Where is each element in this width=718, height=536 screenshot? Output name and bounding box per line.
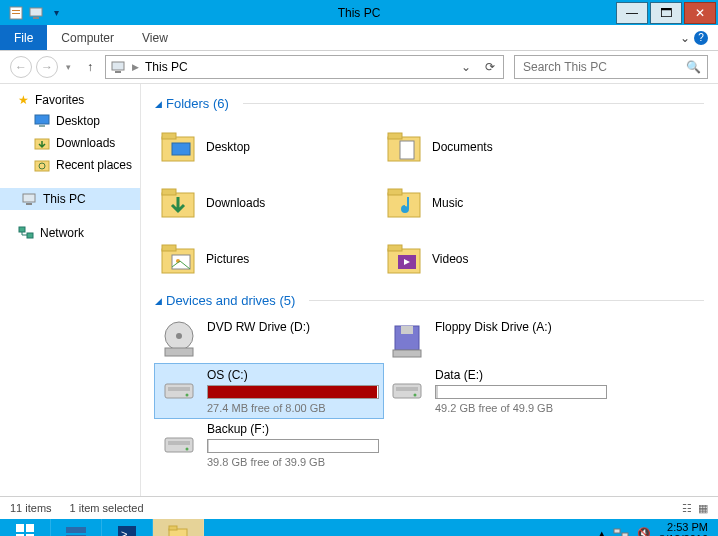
status-selection: 1 item selected (70, 502, 144, 514)
address-box[interactable]: ▶ This PC ⌄ ⟳ (105, 55, 504, 79)
folder-item[interactable]: Documents (381, 119, 607, 175)
svg-text:>_: >_ (121, 528, 134, 536)
group-rule (309, 300, 704, 301)
svg-rect-50 (26, 524, 34, 532)
navigation-pane: ★ Favorites Desktop Downloads Recent pla… (0, 84, 141, 496)
back-button[interactable]: ← (10, 56, 32, 78)
search-input[interactable] (521, 59, 686, 75)
taskbar-explorer[interactable] (153, 519, 204, 536)
folder-icon (384, 127, 424, 167)
status-item-count: 11 items (10, 502, 52, 514)
folder-item[interactable]: Pictures (155, 231, 381, 287)
folder-label: Videos (432, 252, 468, 266)
clock[interactable]: 2:53 PM 8/12/2016 (659, 521, 708, 536)
search-box[interactable]: 🔍 (514, 55, 708, 79)
drive-item[interactable]: Backup (F:)39.8 GB free of 39.9 GB (155, 418, 383, 472)
svg-rect-53 (66, 527, 86, 533)
svg-point-45 (414, 394, 417, 397)
computer-icon (21, 191, 37, 207)
tiles-view-icon[interactable]: ▦ (698, 502, 708, 515)
maximize-button[interactable]: 🗖 (650, 2, 682, 24)
drive-item[interactable]: Data (E:)49.2 GB free of 49.9 GB (383, 364, 611, 418)
address-dropdown-icon[interactable]: ⌄ (457, 60, 475, 74)
folder-icon (158, 239, 198, 279)
svg-rect-24 (388, 193, 420, 217)
computer-icon[interactable] (28, 5, 44, 21)
collapse-icon: ◢ (155, 99, 162, 109)
minimize-button[interactable]: — (616, 2, 648, 24)
folder-label: Documents (432, 140, 493, 154)
drive-label: Backup (F:) (207, 422, 379, 436)
address-bar: ← → ▾ ↑ ▶ This PC ⌄ ⟳ 🔍 (0, 51, 718, 84)
tray-network-icon[interactable] (613, 526, 629, 536)
capacity-bar (207, 385, 379, 399)
sidebar-item-label: Downloads (56, 136, 115, 150)
properties-icon[interactable] (8, 5, 24, 21)
group-header-drives[interactable]: ◢ Devices and drives (5) (155, 293, 704, 308)
recent-icon (34, 157, 50, 173)
drive-item[interactable]: OS (C:)27.4 MB free of 8.00 GB (155, 364, 383, 418)
svg-rect-20 (388, 133, 402, 139)
tab-view[interactable]: View (128, 25, 182, 50)
taskbar-server-manager[interactable] (51, 519, 102, 536)
sidebar-item-recent[interactable]: Recent places (0, 154, 140, 176)
svg-rect-12 (23, 194, 35, 202)
window-titlebar: ▾ This PC — 🗖 ✕ (0, 0, 718, 25)
folder-icon (158, 127, 198, 167)
close-button[interactable]: ✕ (684, 2, 716, 24)
folder-item[interactable]: Desktop (155, 119, 381, 175)
svg-rect-2 (12, 13, 20, 14)
details-view-icon[interactable]: ☷ (682, 502, 692, 515)
drive-item[interactable]: DVD RW Drive (D:) (155, 316, 383, 364)
drive-icon (159, 422, 199, 462)
taskbar-powershell[interactable]: >_ (102, 519, 153, 536)
tab-computer[interactable]: Computer (47, 25, 128, 50)
start-button[interactable] (0, 519, 51, 536)
svg-rect-25 (388, 189, 402, 195)
svg-rect-3 (30, 8, 42, 16)
breadcrumb[interactable]: This PC (145, 60, 451, 74)
qat-dropdown-icon[interactable]: ▾ (48, 5, 64, 21)
capacity-bar (207, 439, 379, 453)
recent-locations-dropdown[interactable]: ▾ (66, 62, 71, 72)
ribbon-tabs: File Computer View ⌄ ? (0, 25, 718, 51)
up-button[interactable]: ↑ (81, 58, 99, 76)
svg-rect-4 (33, 17, 39, 19)
chevron-right-icon: ▶ (132, 62, 139, 72)
collapse-icon: ◢ (155, 296, 162, 306)
sidebar-item-downloads[interactable]: Downloads (0, 132, 140, 154)
file-tab[interactable]: File (0, 25, 47, 50)
sidebar-item-network[interactable]: Network (0, 222, 140, 244)
group-label: Folders (6) (166, 96, 229, 111)
sidebar-favorites[interactable]: ★ Favorites (0, 90, 140, 110)
sidebar-item-desktop[interactable]: Desktop (0, 110, 140, 132)
drive-item[interactable]: Floppy Disk Drive (A:) (383, 316, 611, 364)
forward-button[interactable]: → (36, 56, 58, 78)
svg-point-42 (186, 394, 189, 397)
sidebar-item-this-pc[interactable]: This PC (0, 188, 140, 210)
drive-icon (159, 368, 199, 408)
help-icon[interactable]: ? (694, 31, 708, 45)
folder-label: Desktop (206, 140, 250, 154)
svg-point-26 (402, 206, 408, 212)
tray-volume-icon[interactable]: 🔇 (637, 527, 651, 537)
svg-rect-7 (35, 115, 49, 124)
svg-rect-38 (401, 326, 413, 334)
ribbon-dropdown-icon[interactable]: ⌄ (680, 31, 690, 45)
folder-item[interactable]: Music (381, 175, 607, 231)
svg-rect-13 (26, 203, 32, 205)
tray-arrow-icon[interactable]: ▴ (599, 527, 605, 537)
system-tray: ▴ 🔇 2:53 PM 8/12/2016 (589, 519, 718, 536)
refresh-icon[interactable]: ⟳ (481, 60, 499, 74)
desktop-icon (34, 113, 50, 129)
folder-label: Downloads (206, 196, 265, 210)
folder-item[interactable]: Videos (381, 231, 607, 287)
search-icon[interactable]: 🔍 (686, 60, 701, 74)
drive-label: OS (C:) (207, 368, 379, 382)
group-header-folders[interactable]: ◢ Folders (6) (155, 96, 704, 111)
folder-item[interactable]: Downloads (155, 175, 381, 231)
svg-rect-32 (388, 245, 402, 251)
drive-icon (387, 368, 427, 408)
svg-rect-6 (115, 71, 121, 73)
svg-rect-28 (162, 245, 176, 251)
